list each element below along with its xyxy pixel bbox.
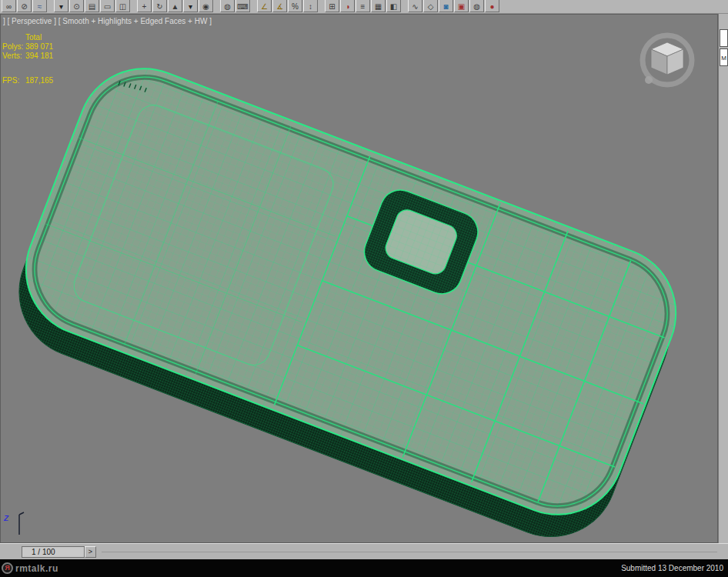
stats-polys-row: Polys: 389 071 (2, 42, 53, 52)
stats-fps-row: FPS: 187,165 (2, 76, 53, 85)
align-icon[interactable]: ≡ (356, 0, 370, 12)
select-and-link-icon[interactable]: ∞ (2, 0, 16, 12)
stats-verts-value: 394 181 (25, 52, 53, 61)
keyboard-override-icon[interactable]: ⌨ (235, 0, 250, 12)
stats-verts-row: Verts: 394 181 (2, 52, 53, 61)
schematic-view-icon[interactable]: ◇ (423, 0, 438, 12)
viewport-label[interactable]: ] [ Perspective ] [ Smooth + Highlights … (3, 17, 212, 25)
panel-box-bottom[interactable]: M (720, 48, 728, 66)
viewcube-graphic (633, 25, 702, 95)
stats-fps-value: 187,165 (25, 76, 53, 85)
right-panel-strip: M (718, 14, 728, 543)
material-editor-icon[interactable]: ◙ (439, 0, 453, 12)
next-frame-button[interactable]: > (85, 546, 96, 558)
panel-box-top[interactable] (720, 29, 728, 47)
application-window: ∞⊘≈▾⊙▤▭◫+↻▲▾◉◍⌨∠∡%↕⊞◑≡▦◧∿◇◙▣◍● (0, 0, 728, 577)
spinner-snap-icon[interactable]: ↕ (303, 0, 318, 12)
graphite-ribbon-icon[interactable]: ◧ (386, 0, 401, 12)
frame-counter[interactable]: 1 / 100 (22, 546, 85, 558)
select-and-move-icon[interactable]: + (137, 0, 152, 12)
percent-snap-icon[interactable]: % (288, 0, 302, 12)
toolbar-separator (251, 0, 256, 14)
window-crossing-icon[interactable]: ◫ (115, 0, 130, 12)
stats-total-label: Total (25, 33, 42, 42)
viewcube[interactable] (633, 25, 702, 95)
stats-fps-label: FPS: (2, 76, 25, 85)
selection-filter-dropdown[interactable]: ▾ (54, 0, 68, 12)
logo-text: rmtalk.ru (15, 563, 58, 574)
viewport-statistics: Total Polys: 389 071 Verts: 394 181 FPS:… (2, 33, 53, 85)
select-by-name-icon[interactable]: ▤ (85, 0, 99, 12)
reference-coordinate-dropdown[interactable]: ▾ (183, 0, 198, 12)
submitted-date: Submitted 13 December 2010 (621, 564, 723, 572)
stats-total-row: Total (2, 33, 53, 42)
named-selection-sets-icon[interactable]: ⊞ (325, 0, 339, 12)
snaps-toggle-icon[interactable]: ∠ (257, 0, 272, 12)
quick-render-icon[interactable]: ● (485, 0, 499, 12)
status-bar: Я rmtalk.ru Submitted 13 December 2010 (0, 559, 728, 577)
timeline-bar: 1 / 100 > (0, 543, 728, 559)
logo-icon: Я (2, 562, 13, 574)
select-and-scale-icon[interactable]: ▲ (168, 0, 182, 12)
stats-polys-value: 389 071 (25, 42, 53, 52)
render-setup-icon[interactable]: ▣ (454, 0, 469, 12)
toolbar-separator (48, 0, 53, 14)
perspective-viewport[interactable]: ] [ Perspective ] [ Smooth + Highlights … (0, 14, 718, 543)
curve-editor-icon[interactable]: ∿ (408, 0, 422, 12)
stats-verts-label: Verts: (2, 52, 25, 61)
selection-region-icon[interactable]: ▭ (100, 0, 115, 12)
watermark-logo: Я rmtalk.ru (2, 562, 58, 574)
toolbar-separator (319, 0, 324, 14)
phone-wireframe-model[interactable] (1, 49, 696, 543)
select-and-manipulate-icon[interactable]: ◍ (220, 0, 235, 12)
select-and-rotate-icon[interactable]: ↻ (152, 0, 167, 12)
world-axis-indicator: z (4, 510, 35, 538)
mirror-icon[interactable]: ◑ (340, 0, 355, 12)
unlink-selection-icon[interactable]: ⊘ (17, 0, 32, 12)
rendered-frame-window-icon[interactable]: ◍ (469, 0, 484, 12)
select-object-icon[interactable]: ⊙ (69, 0, 84, 12)
use-pivot-point-icon[interactable]: ◉ (199, 0, 213, 12)
angle-snap-icon[interactable]: ∡ (272, 0, 287, 12)
layer-manager-icon[interactable]: ▦ (371, 0, 386, 12)
viewport-scene (1, 15, 718, 543)
timeline-track[interactable] (102, 552, 717, 552)
main-toolbar: ∞⊘≈▾⊙▤▭◫+↻▲▾◉◍⌨∠∡%↕⊞◑≡▦◧∿◇◙▣◍● (0, 0, 728, 14)
bind-to-spacewarp-icon[interactable]: ≈ (32, 0, 47, 12)
axis-z-label: z (4, 512, 9, 523)
stats-polys-label: Polys: (2, 42, 25, 52)
toolbar-separator (402, 0, 407, 14)
toolbar-separator (131, 0, 136, 14)
toolbar-separator (214, 0, 219, 14)
